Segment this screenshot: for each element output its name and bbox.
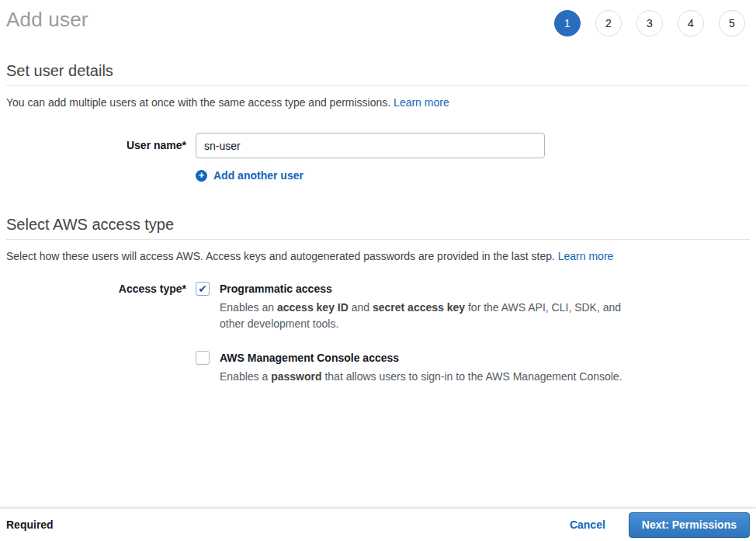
access-type-intro: Select how these users will access AWS. … xyxy=(6,249,750,263)
footer-actions: Cancel Next: Permissions xyxy=(570,512,756,538)
programmatic-access-body: Programmatic access Enables an access ke… xyxy=(220,282,631,332)
set-user-details-section: Set user details You can add multiple us… xyxy=(0,62,756,182)
wizard-step-1: 1 xyxy=(554,10,581,36)
user-name-label: User name* xyxy=(0,133,186,158)
programmatic-access-option: ✔ Programmatic access Enables an access … xyxy=(196,282,631,332)
access-type-row: Access type* ✔ Programmatic access Enabl… xyxy=(0,282,756,385)
wizard-steps: 1 2 3 4 5 xyxy=(554,10,745,36)
wizard-step-5: 5 xyxy=(719,10,745,36)
learn-more-link-access-type[interactable]: Learn more xyxy=(558,250,614,262)
desc-bold: password xyxy=(271,370,321,383)
spacer xyxy=(0,169,186,182)
access-type-label: Access type* xyxy=(0,282,186,385)
console-access-body: AWS Management Console access Enables a … xyxy=(220,351,622,385)
next-permissions-button[interactable]: Next: Permissions xyxy=(629,512,750,538)
desc-text: Enables a xyxy=(220,370,271,383)
programmatic-access-checkbox[interactable]: ✔ xyxy=(196,282,210,296)
user-name-row: User name* xyxy=(0,133,756,158)
cancel-button[interactable]: Cancel xyxy=(570,518,605,531)
access-type-intro-text: Select how these users will access AWS. … xyxy=(6,250,555,262)
desc-bold: access key ID xyxy=(277,301,349,314)
wizard-step-4: 4 xyxy=(678,10,704,36)
checkmark-icon: ✔ xyxy=(198,283,207,294)
required-note: Required xyxy=(6,518,54,531)
section-heading-access-type: Select AWS access type xyxy=(6,216,750,240)
add-another-user-link[interactable]: + Add another user xyxy=(196,169,303,182)
page-header: Add user 1 2 3 4 5 xyxy=(0,0,756,56)
add-another-user-row: + Add another user xyxy=(0,169,756,182)
section-heading-user-details: Set user details xyxy=(6,62,750,86)
desc-text: that allows users to sign-in to the AWS … xyxy=(322,370,622,383)
user-name-input[interactable] xyxy=(196,133,545,158)
select-access-type-section: Select AWS access type Select how these … xyxy=(0,216,756,385)
programmatic-access-title: Programmatic access xyxy=(220,282,631,295)
wizard-step-3: 3 xyxy=(636,10,663,36)
desc-bold: secret access key xyxy=(373,301,465,314)
wizard-step-2: 2 xyxy=(595,10,622,36)
console-access-option: AWS Management Console access Enables a … xyxy=(196,351,631,385)
add-another-user-label: Add another user xyxy=(213,169,303,182)
console-access-description: Enables a password that allows users to … xyxy=(220,369,622,385)
plus-circle-icon: + xyxy=(196,170,207,182)
desc-text: and xyxy=(349,301,373,314)
page-title: Add user xyxy=(6,8,88,32)
wizard-footer: Required Cancel Next: Permissions xyxy=(0,508,756,541)
user-details-intro: You can add multiple users at once with … xyxy=(6,95,750,109)
user-details-intro-text: You can add multiple users at once with … xyxy=(6,96,390,109)
learn-more-link-user-details[interactable]: Learn more xyxy=(394,96,449,109)
desc-text: Enables an xyxy=(220,301,277,314)
access-type-options: ✔ Programmatic access Enables an access … xyxy=(196,282,631,385)
console-access-checkbox[interactable] xyxy=(196,351,210,365)
console-access-title: AWS Management Console access xyxy=(220,351,622,364)
programmatic-access-description: Enables an access key ID and secret acce… xyxy=(220,300,631,332)
